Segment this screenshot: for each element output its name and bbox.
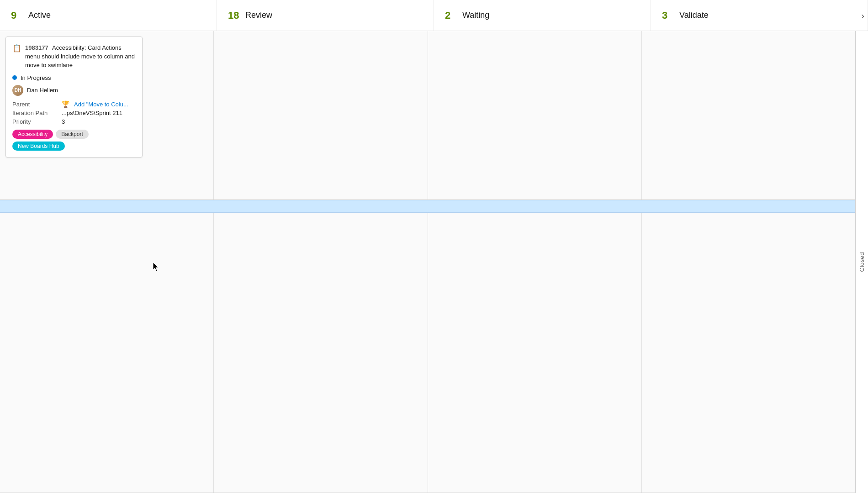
review-cell-top (214, 31, 428, 199)
parent-label: Parent (12, 101, 58, 108)
waiting-cell-top (428, 31, 642, 199)
status-dot (12, 75, 17, 80)
swimlane-divider (0, 200, 855, 213)
column-header-review: 18 Review (217, 0, 434, 31)
validate-count: 3 (662, 10, 675, 21)
card-id: 1983177 (25, 44, 48, 51)
priority-value: 3 (62, 118, 65, 125)
active-title: Active (28, 10, 51, 20)
review-cell-bottom (214, 213, 428, 493)
tag-backport[interactable]: Backport (56, 130, 88, 139)
column-header-waiting: 2 Waiting (434, 0, 651, 31)
iteration-field: Iteration Path ...ps\OneVS\Sprint 211 (12, 110, 136, 116)
active-cell-top: 📋 1983177 Accessibility: Card Actions me… (0, 31, 214, 199)
validate-cell-top (642, 31, 855, 199)
assignee-name: Dan Hellem (27, 87, 58, 94)
active-cell-bottom (0, 213, 214, 493)
parent-link[interactable]: Add "Move to Colu... (74, 101, 128, 108)
validate-cell-bottom (642, 213, 855, 493)
column-header-active: 9 Active (0, 0, 217, 31)
iteration-value: ...ps\OneVS\Sprint 211 (62, 110, 122, 116)
waiting-count: 2 (445, 10, 458, 21)
tag-accessibility[interactable]: Accessibility (12, 130, 53, 139)
waiting-title: Waiting (462, 10, 489, 20)
trophy-icon: 🏆 (62, 100, 69, 108)
review-title: Review (245, 10, 272, 20)
swimlane-area: 📋 1983177 Accessibility: Card Actions me… (0, 31, 855, 493)
closed-sidebar[interactable]: Closed (855, 31, 868, 493)
parent-field: Parent 🏆 Add "Move to Colu... (12, 100, 136, 108)
columns-header: 9 Active 18 Review 2 Waiting 3 Validate … (0, 0, 868, 31)
avatar-initials: DH (12, 85, 23, 96)
review-count: 18 (228, 10, 241, 21)
card-tags: Accessibility Backport New Boards Hub (12, 130, 136, 151)
active-count: 9 (11, 10, 24, 21)
card-status: In Progress (12, 74, 136, 81)
iteration-label: Iteration Path (12, 110, 58, 116)
swimlane-row-top: 📋 1983177 Accessibility: Card Actions me… (0, 31, 855, 200)
card-type-icon: 📋 (12, 44, 21, 52)
scroll-right-button[interactable]: › (857, 10, 868, 21)
status-text: In Progress (21, 74, 51, 81)
board-container: 9 Active 18 Review 2 Waiting 3 Validate … (0, 0, 868, 493)
card-assignee: DH Dan Hellem (12, 85, 136, 96)
card-header: 📋 1983177 Accessibility: Card Actions me… (12, 43, 136, 70)
priority-label: Priority (12, 118, 58, 125)
closed-label: Closed (858, 252, 865, 272)
column-header-validate: 3 Validate (651, 0, 868, 31)
avatar: DH (12, 85, 23, 96)
swimlane-row-bottom (0, 213, 855, 493)
priority-field: Priority 3 (12, 118, 136, 125)
waiting-cell-bottom (428, 213, 642, 493)
work-item-card[interactable]: 📋 1983177 Accessibility: Card Actions me… (5, 37, 143, 157)
tag-new-boards-hub[interactable]: New Boards Hub (12, 142, 65, 151)
validate-title: Validate (679, 10, 709, 20)
